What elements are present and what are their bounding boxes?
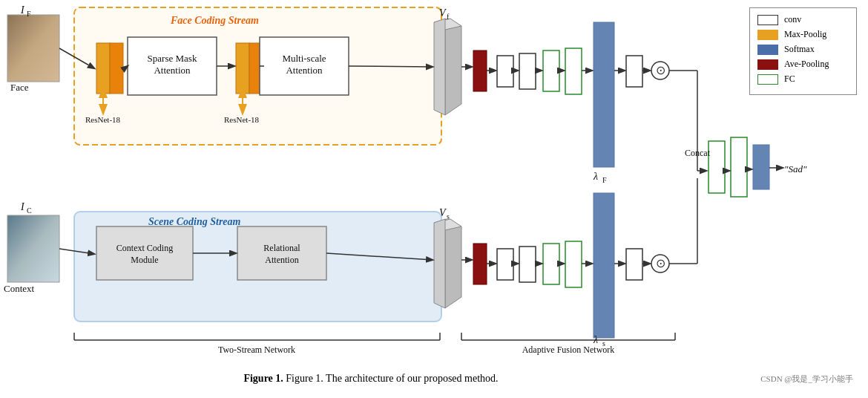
svg-text:⊙: ⊙	[656, 257, 665, 270]
svg-text:I: I	[20, 4, 25, 16]
svg-rect-1	[7, 215, 59, 282]
arrows-svg: ⊙ ⊙	[0, 0, 868, 356]
svg-rect-6	[236, 43, 249, 94]
svg-text:Face: Face	[10, 82, 29, 93]
svg-text:F: F	[602, 176, 607, 184]
svg-text:Scene Coding Stream: Scene Coding Stream	[148, 216, 241, 227]
svg-text:Relational: Relational	[263, 243, 300, 253]
svg-text:ResNet-18: ResNet-18	[224, 115, 260, 124]
svg-text:λ: λ	[593, 334, 598, 345]
watermark: CSDN @我是_学习小能手	[760, 373, 853, 385]
svg-text:Multi-scale: Multi-scale	[282, 53, 326, 64]
svg-text:Module: Module	[131, 255, 158, 265]
svg-text:C: C	[27, 206, 32, 215]
legend-label-fc: FC	[784, 74, 795, 85]
svg-rect-0	[7, 15, 59, 82]
svg-rect-4	[96, 43, 110, 94]
svg-text:Concat: Concat	[685, 148, 711, 158]
svg-marker-13	[434, 19, 461, 30]
svg-text:Attention: Attention	[265, 255, 298, 265]
svg-rect-5	[110, 43, 123, 94]
legend-item-softmax: Softmax	[757, 44, 849, 55]
legend-swatch-softmax	[757, 45, 778, 55]
svg-line-41	[125, 66, 128, 68]
svg-line-59	[326, 253, 433, 260]
svg-rect-36	[708, 141, 725, 193]
svg-marker-16	[434, 219, 461, 230]
svg-rect-24	[626, 56, 642, 87]
svg-text:Sparse Mask: Sparse Mask	[148, 53, 197, 64]
svg-rect-22	[565, 48, 582, 94]
svg-text:Attention: Attention	[154, 65, 191, 76]
legend-label-conv: conv	[784, 14, 801, 25]
svg-rect-19	[497, 56, 513, 87]
legend-item-conv: conv	[757, 14, 849, 25]
svg-rect-7	[249, 43, 263, 94]
svg-rect-38	[753, 145, 769, 189]
svg-rect-23	[594, 22, 614, 167]
svg-text:f: f	[447, 13, 450, 21]
svg-rect-21	[543, 50, 559, 91]
legend-label-softmax: Softmax	[784, 44, 815, 55]
svg-text:F: F	[27, 10, 31, 18]
svg-marker-14	[434, 19, 445, 115]
svg-rect-11	[237, 226, 326, 280]
svg-text:s: s	[602, 339, 605, 348]
legend-label-maxpool: Max-Poolig	[784, 29, 826, 40]
svg-marker-17	[434, 219, 445, 308]
svg-point-34	[651, 255, 669, 273]
svg-rect-31	[565, 241, 582, 287]
svg-point-25	[651, 62, 669, 79]
svg-rect-8	[128, 37, 217, 95]
legend-swatch-conv	[757, 15, 778, 25]
svg-text:Context Coding: Context Coding	[116, 243, 173, 253]
svg-rect-3	[74, 212, 441, 322]
svg-line-39	[59, 48, 94, 68]
svg-marker-12	[445, 19, 461, 115]
legend-swatch-fc	[757, 74, 778, 85]
svg-rect-28	[497, 249, 513, 280]
svg-rect-10	[96, 226, 193, 280]
svg-text:Two-Stream Network: Two-Stream Network	[218, 345, 295, 355]
legend-item-fc: FC	[757, 74, 849, 85]
svg-line-40	[59, 249, 94, 254]
legend-swatch-maxpool	[757, 30, 778, 40]
svg-text:ResNet-18: ResNet-18	[85, 115, 121, 124]
svg-rect-32	[594, 193, 614, 338]
svg-text:V: V	[439, 7, 447, 19]
svg-text:⊙: ⊙	[656, 64, 665, 76]
svg-text:Adaptive Fusion Network: Adaptive Fusion Network	[522, 345, 615, 355]
diagram-container: ⊙ ⊙	[0, 0, 868, 356]
legend-label-avepool: Ave-Pooling	[784, 59, 829, 70]
svg-marker-15	[445, 219, 461, 308]
legend-swatch-avepool	[757, 59, 778, 70]
svg-rect-27	[473, 244, 487, 284]
svg-line-44	[349, 66, 433, 67]
legend-item-maxpool: Max-Poolig	[757, 29, 849, 40]
svg-text:s: s	[447, 212, 450, 221]
svg-text:Face Coding Stream: Face Coding Stream	[170, 15, 259, 26]
svg-text:"Sad": "Sad"	[784, 163, 807, 174]
svg-rect-20	[519, 53, 536, 89]
svg-rect-30	[543, 244, 559, 284]
svg-text:I: I	[20, 201, 25, 212]
svg-rect-29	[519, 247, 536, 282]
legend-box: conv Max-Poolig Softmax Ave-Pooling FC	[749, 7, 857, 95]
svg-text:V: V	[439, 207, 447, 218]
svg-rect-18	[473, 50, 487, 91]
svg-rect-2	[74, 7, 441, 145]
legend-item-avepool: Ave-Pooling	[757, 59, 849, 70]
svg-text:λ: λ	[593, 171, 598, 182]
svg-text:Context: Context	[4, 283, 35, 294]
svg-rect-33	[626, 249, 642, 280]
svg-rect-37	[731, 137, 747, 197]
figure-caption-bold: Figure 1.	[243, 373, 283, 384]
svg-rect-9	[260, 37, 349, 95]
svg-text:Attention: Attention	[286, 65, 323, 76]
figure-caption-text: Figure 1. The architecture of our propos…	[286, 373, 498, 384]
